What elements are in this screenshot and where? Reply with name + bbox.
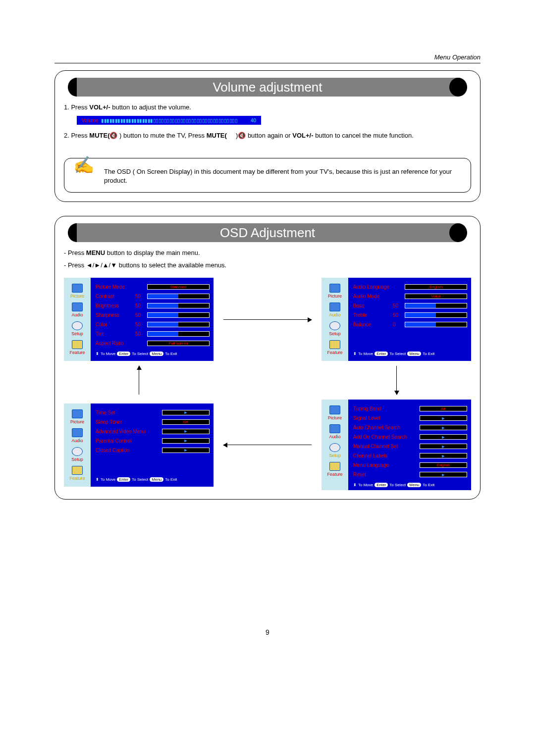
note-box: ✍ The OSD ( On Screen Display) in this d… (64, 158, 471, 193)
arrow-left (218, 445, 317, 445)
arrow-right (218, 319, 317, 320)
volume-frame: Volume adjustment 1. Press VOL+/- button… (54, 70, 481, 202)
osd-line2: - Press ◄/►/▲/▼ buttons to select the av… (64, 261, 471, 269)
osd-frame: OSD Adjustment - Press MENU button to di… (54, 216, 481, 500)
note-text: The OSD ( On Screen Display) in this doc… (104, 168, 452, 184)
tab-feature[interactable]: Feature (64, 464, 91, 483)
osd-setup-panel: Picture Audio Setup Feature Tuning BandA… (321, 400, 471, 490)
vol-step2: 2. Press MUTE(🔇 ) button to mute the TV,… (64, 132, 471, 139)
page-number: 9 (54, 628, 481, 636)
tab-audio[interactable]: Audio (64, 301, 91, 319)
volume-title: Volume adjustment (77, 78, 458, 97)
osd-line1: - Press MENU button to display the main … (64, 249, 471, 256)
osd-picture-panel: Picture Audio Setup Feature Picture Mode… (64, 278, 214, 361)
tab-feature[interactable]: Feature (64, 338, 91, 357)
vol-step1: 1. Press VOL+/- button to adjust the vol… (64, 103, 471, 111)
tab-picture[interactable]: Picture (321, 403, 348, 422)
tab-picture[interactable]: Picture (64, 282, 91, 301)
volume-banner: Volume adjustment (68, 78, 467, 97)
mute-icon: 🔇 (109, 132, 117, 139)
tab-audio[interactable]: Audio (321, 422, 348, 441)
tab-picture[interactable]: Picture (321, 282, 348, 301)
arrow-down (396, 366, 397, 395)
tab-feature[interactable]: Feature (321, 460, 348, 479)
osd-audio-panel: Picture Audio Setup Feature Audio Langua… (321, 278, 471, 361)
arrow-up (139, 366, 139, 395)
tab-setup[interactable]: Setup (321, 319, 348, 338)
tab-audio[interactable]: Audio (64, 426, 91, 445)
volume-bar: Volume ▮▮▮▮▮▮▮▮▮▮▮▮▮▮▮▮▮▮▮▯▯▯▯▯▯▯▯▯▯▯▯▯▯… (77, 116, 261, 125)
tab-setup[interactable]: Setup (64, 445, 91, 464)
volume-value: 40 (251, 118, 256, 123)
osd-title: OSD Adjustment (77, 223, 458, 242)
header-section: Menu Operation (54, 53, 481, 63)
tab-setup[interactable]: Setup (321, 441, 348, 460)
note-hand-icon: ✍ (73, 153, 94, 177)
osd-feature-panel: Picture Audio Setup Feature Time Set► Sl… (64, 403, 214, 487)
volume-label: Volume (82, 118, 98, 123)
osd-banner: OSD Adjustment (68, 223, 467, 242)
volume-ticks: ▮▮▮▮▮▮▮▮▮▮▮▮▮▮▮▮▮▮▮▯▯▯▯▯▯▯▯▯▯▯▯▯▯▯▯▯▯▯▯▯… (101, 118, 248, 123)
tab-setup[interactable]: Setup (64, 319, 91, 338)
tab-feature[interactable]: Feature (321, 338, 348, 357)
tab-picture[interactable]: Picture (64, 407, 91, 426)
mute-icon: 🔇 (238, 132, 246, 139)
tab-audio[interactable]: Audio (321, 301, 348, 319)
